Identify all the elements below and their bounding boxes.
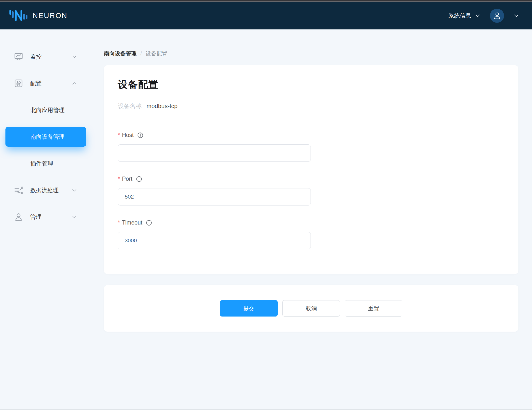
brand: NEURON bbox=[8, 8, 68, 23]
field-timeout: * Timeout bbox=[118, 219, 505, 249]
field-label: Host bbox=[122, 132, 134, 138]
chevron-down-icon bbox=[71, 54, 77, 60]
field-port-label-row: * Port bbox=[118, 176, 505, 182]
system-info-label: 系统信息 bbox=[448, 12, 471, 20]
submit-button[interactable]: 提交 bbox=[220, 300, 278, 317]
user-menu-chevron-icon[interactable] bbox=[513, 12, 520, 19]
chevron-up-icon bbox=[71, 80, 77, 87]
neuron-logo-icon bbox=[8, 8, 28, 23]
sidebar-item-label: 管理 bbox=[30, 213, 71, 221]
sidebar-item-configuration[interactable]: 配置 bbox=[5, 73, 86, 93]
app-header: NEURON 系统信息 bbox=[0, 2, 532, 29]
host-input[interactable] bbox=[118, 144, 311, 162]
reset-button[interactable]: 重置 bbox=[345, 300, 402, 317]
sidebar-subitem-label: 南向设备管理 bbox=[30, 133, 65, 141]
device-name-value: modbus-tcp bbox=[146, 103, 177, 110]
field-label: Timeout bbox=[122, 219, 142, 226]
header-right: 系统信息 bbox=[448, 9, 520, 23]
page-title: 设备配置 bbox=[118, 78, 505, 91]
info-circle-icon[interactable] bbox=[136, 176, 142, 182]
main-content: 南向设备管理 / 设备配置 设备配置 设备名称 modbus-tcp * Hos… bbox=[104, 29, 532, 332]
avatar[interactable] bbox=[490, 9, 504, 23]
sidebar-subitem-label: 北向应用管理 bbox=[30, 106, 65, 114]
device-name-row: 设备名称 modbus-tcp bbox=[118, 102, 505, 110]
dataflow-icon bbox=[14, 185, 24, 195]
required-marker: * bbox=[118, 219, 120, 226]
sidebar-item-data-stream[interactable]: 数据流处理 bbox=[5, 180, 86, 200]
info-circle-icon[interactable] bbox=[137, 132, 144, 138]
field-timeout-label-row: * Timeout bbox=[118, 219, 505, 226]
device-config-card: 设备配置 设备名称 modbus-tcp * Host bbox=[104, 65, 518, 274]
chevron-down-icon bbox=[71, 187, 77, 193]
sidebar-item-monitoring[interactable]: 监控 bbox=[5, 47, 86, 67]
breadcrumb-separator: / bbox=[140, 50, 142, 57]
sidebar-item-management[interactable]: 管理 bbox=[5, 207, 86, 227]
sidebar-item-label: 监控 bbox=[30, 53, 71, 61]
sidebar-item-northbound-apps[interactable]: 北向应用管理 bbox=[5, 100, 86, 120]
chevron-down-icon bbox=[71, 214, 77, 220]
chevron-down-icon bbox=[474, 12, 481, 19]
breadcrumb-current: 设备配置 bbox=[145, 50, 167, 57]
brand-name: NEURON bbox=[33, 12, 68, 20]
user-icon bbox=[493, 11, 502, 20]
timeout-input[interactable] bbox=[118, 232, 311, 249]
port-input[interactable] bbox=[118, 188, 311, 205]
device-name-label: 设备名称 bbox=[118, 102, 142, 110]
cancel-button[interactable]: 取消 bbox=[282, 300, 340, 317]
field-port: * Port bbox=[118, 176, 505, 205]
sidebar-item-label: 数据流处理 bbox=[30, 186, 71, 194]
field-host-label-row: * Host bbox=[118, 132, 505, 138]
field-host: * Host bbox=[118, 132, 505, 162]
required-marker: * bbox=[118, 132, 120, 138]
sidebar: 监控 配置 北向应用管理 南向设 bbox=[0, 29, 104, 234]
window-top-strip bbox=[0, 0, 532, 2]
breadcrumb-parent-link[interactable]: 南向设备管理 bbox=[104, 50, 137, 57]
form-actions-card: 提交 取消 重置 bbox=[104, 285, 518, 332]
system-info-menu[interactable]: 系统信息 bbox=[448, 12, 481, 20]
user-icon bbox=[14, 212, 24, 222]
field-label: Port bbox=[122, 176, 132, 182]
sidebar-subitem-label: 插件管理 bbox=[30, 160, 53, 167]
info-circle-icon[interactable] bbox=[146, 220, 152, 226]
monitor-icon bbox=[14, 52, 24, 62]
breadcrumb: 南向设备管理 / 设备配置 bbox=[104, 50, 518, 57]
sliders-icon bbox=[14, 78, 24, 88]
sidebar-item-plugin-management[interactable]: 插件管理 bbox=[5, 154, 86, 173]
required-marker: * bbox=[118, 176, 120, 182]
sidebar-item-label: 配置 bbox=[30, 80, 71, 87]
sidebar-item-southbound-devices[interactable]: 南向设备管理 bbox=[5, 127, 86, 147]
